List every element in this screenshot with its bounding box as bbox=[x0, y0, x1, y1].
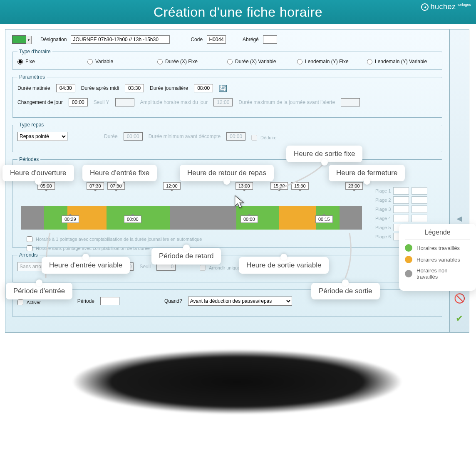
seg-pre bbox=[21, 206, 44, 230]
radio-lendemain-var[interactable]: Lendemain (Y) Variable bbox=[367, 59, 437, 64]
time-retour-repas[interactable]: 13:00 bbox=[236, 182, 253, 190]
cursor-icon bbox=[234, 195, 245, 209]
designation-input[interactable] bbox=[71, 35, 170, 44]
callout-entree-var: Heure d'entrée variable bbox=[42, 257, 130, 274]
type-horaire-fieldset: Type d'horaire Fixe Variable Durée (X) F… bbox=[12, 49, 442, 70]
repas-duree-label: Durée bbox=[104, 134, 118, 139]
duree-matinee-label: Durée matinée bbox=[17, 85, 50, 91]
amplitude-label: Amplitude horaire maxi du jour bbox=[140, 99, 208, 105]
radio-fixe[interactable]: Fixe bbox=[17, 59, 87, 64]
legend-item: Horaires travaillés bbox=[405, 244, 470, 252]
retard-1[interactable]: 00:00 bbox=[124, 215, 141, 223]
plage3-b[interactable] bbox=[412, 205, 427, 213]
type-horaire-options: Fixe Variable Durée (X) Fixe Durée (X) V… bbox=[17, 59, 437, 64]
brand-logo: huchez horloges bbox=[421, 2, 471, 11]
cancel-icon[interactable]: 🚫 bbox=[453, 292, 466, 305]
chk-sans-pointage[interactable]: Horaire sans pointage avec comptabilisat… bbox=[27, 245, 150, 251]
ecretage-periode-input[interactable] bbox=[100, 297, 119, 305]
dureemax-label: Durée maximum de la journée avant l'aler… bbox=[238, 99, 335, 105]
callout-periode-sortie: Période de sortie bbox=[311, 283, 380, 299]
color-picker[interactable]: ▼ bbox=[12, 35, 26, 44]
plage-row: Plage 2 bbox=[375, 196, 446, 204]
dureemax-input bbox=[341, 98, 360, 106]
ecretage-activer[interactable]: Activer bbox=[17, 299, 41, 305]
drop-shadow bbox=[8, 337, 466, 437]
ecretage-quand-label: Quand? bbox=[164, 298, 182, 304]
time-sortie-fixe[interactable]: 15:30 bbox=[270, 182, 288, 190]
refresh-icon[interactable]: 🔄 bbox=[219, 84, 227, 92]
plage-row: Plage 3 bbox=[375, 205, 446, 213]
deduire-check: Déduire bbox=[251, 135, 277, 141]
designation-row: ▼ Désignation Code Abrégé bbox=[12, 35, 442, 44]
callout-ouverture: Heure d'ouverture bbox=[2, 165, 74, 181]
plage-row: Plage 4 bbox=[375, 215, 446, 222]
callout-periode-entree: Période d'entrée bbox=[6, 283, 72, 299]
time-sortie-var-end[interactable]: 15:30 bbox=[291, 182, 309, 190]
ecretage-quand-select[interactable]: Avant la déduction des pauses/repas bbox=[188, 297, 292, 306]
chevron-down-icon[interactable]: ▼ bbox=[26, 36, 32, 44]
radio-dureex-var[interactable]: Durée (X) Variable bbox=[227, 59, 297, 64]
seg-repas bbox=[170, 206, 236, 230]
code-input[interactable] bbox=[207, 35, 226, 44]
callout-sortie-var: Heure de sortie variable bbox=[239, 257, 329, 274]
type-repas-select[interactable]: Repas pointé bbox=[17, 132, 67, 141]
plage2-b[interactable] bbox=[412, 196, 427, 204]
time-fermeture[interactable]: 23:00 bbox=[345, 182, 363, 190]
type-repas-legend: Type repas bbox=[17, 122, 45, 128]
legend-dot-icon bbox=[405, 256, 412, 263]
legend-item: Horaires non travaillés bbox=[405, 267, 470, 280]
legend-dot-icon bbox=[405, 270, 412, 277]
seuil-y-input bbox=[115, 98, 134, 106]
repas-min-input bbox=[226, 132, 245, 141]
retard-2[interactable]: 00:00 bbox=[240, 215, 258, 223]
seuil-y-label: Seuil Y bbox=[94, 99, 109, 105]
repas-duree-input bbox=[124, 132, 143, 141]
callout-sortie-fixe: Heure de sortie fixe bbox=[286, 146, 362, 162]
plage4-b[interactable] bbox=[412, 215, 427, 222]
radio-dureex-fixe[interactable]: Durée (X) Fixe bbox=[157, 59, 227, 64]
designation-label: Désignation bbox=[40, 37, 67, 42]
back-arrow-icon[interactable]: ◄ bbox=[453, 213, 466, 225]
radio-lendemain-fixe[interactable]: Lendemain (Y) Fixe bbox=[297, 59, 367, 64]
abrege-label: Abrégé bbox=[243, 37, 259, 42]
duree-apresmidi-label: Durée après midi bbox=[81, 85, 119, 91]
arrondis-legend: Arrondis bbox=[17, 252, 40, 258]
duree-apresmidi-input[interactable] bbox=[125, 84, 144, 92]
legend-item: Horaires variables bbox=[405, 256, 470, 263]
legend-dot-icon bbox=[405, 244, 412, 252]
callout-retour-repas: Heure de retour de repas bbox=[180, 165, 274, 181]
plage3-a[interactable] bbox=[393, 205, 409, 213]
duree-journ-input[interactable] bbox=[194, 84, 213, 92]
plage4-a[interactable] bbox=[393, 215, 409, 222]
amplitude-input bbox=[213, 98, 233, 106]
radio-variable[interactable]: Variable bbox=[87, 59, 157, 64]
page-title: Création d'une fiche horaire bbox=[154, 5, 322, 20]
seg-sortie-var bbox=[279, 206, 316, 230]
ecretage-periode-label: Période bbox=[77, 298, 94, 304]
plage2-a[interactable] bbox=[393, 196, 409, 204]
retard-entree[interactable]: 00:29 bbox=[62, 215, 79, 223]
callout-fermeture: Heure de fermeture bbox=[329, 165, 405, 181]
time-entree-var-start[interactable]: 07:30 bbox=[87, 182, 104, 190]
app-header: Création d'une fiche horaire huchez horl… bbox=[0, 0, 476, 24]
changement-input[interactable] bbox=[69, 98, 88, 106]
type-repas-fieldset: Type repas Repas pointé Durée Durée mini… bbox=[12, 122, 442, 152]
duree-matinee-input[interactable] bbox=[56, 84, 75, 92]
legend-title: Légende bbox=[405, 229, 470, 240]
time-sortie-repas[interactable]: 12:00 bbox=[163, 182, 181, 190]
plage1-a[interactable] bbox=[393, 187, 409, 195]
logo-icon bbox=[421, 3, 429, 11]
confirm-icon[interactable]: ✔ bbox=[453, 312, 466, 325]
retard-sortie[interactable]: 00:15 bbox=[315, 215, 333, 223]
callout-periode-retard: Période de retard bbox=[151, 248, 221, 265]
chk-1pointage[interactable]: Horaire à 1 pointage avec comptabilisati… bbox=[27, 236, 202, 242]
abrege-input[interactable] bbox=[263, 35, 277, 44]
legend-box: Légende Horaires travaillés Horaires var… bbox=[399, 224, 476, 291]
plage1-b[interactable] bbox=[412, 187, 427, 195]
repas-min-label: Durée minimum avant décompte bbox=[149, 134, 221, 139]
duree-journ-label: Durée journalière bbox=[150, 85, 188, 91]
arrondis-seuil-label: Seuil bbox=[139, 264, 151, 270]
parametres-fieldset: Paramètres Durée matinée Durée après mid… bbox=[12, 74, 442, 118]
seg-post bbox=[340, 206, 362, 230]
changement-label: Changement de jour bbox=[17, 99, 63, 105]
